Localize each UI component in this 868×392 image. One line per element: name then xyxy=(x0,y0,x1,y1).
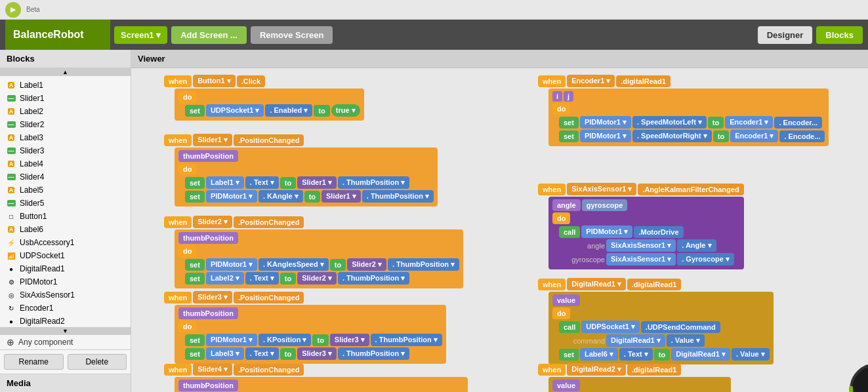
sidebar-item-label6[interactable]: ALabel6 xyxy=(0,223,131,236)
encoder-digitalread[interactable]: .digitalRead1 xyxy=(616,75,670,87)
blocks-button[interactable]: Blocks xyxy=(816,26,863,44)
thumbpos-s3-1[interactable]: . ThumbPosition ▾ xyxy=(371,334,442,346)
kpos-prop[interactable]: . KPosition ▾ xyxy=(258,334,312,346)
rename-button[interactable]: Rename xyxy=(4,354,64,370)
encoder-ref1[interactable]: Encoder1 ▾ xyxy=(725,116,773,128)
thumbpos-s1-2[interactable]: . ThumbPosition ▾ xyxy=(362,190,434,203)
pid-enc-2[interactable]: PIDMotor1 ▾ xyxy=(580,130,631,142)
speedleft-prop[interactable]: . SpeedMotorLeft ▾ xyxy=(632,116,707,128)
slider3-comp[interactable]: Slider3 ▾ xyxy=(193,291,232,304)
add-screen-button[interactable]: Add Screen ... xyxy=(171,26,247,44)
dr1-ref-cmd[interactable]: DigitalRead1 ▾ xyxy=(606,334,665,347)
value-prop-dr1[interactable]: . Value ▾ xyxy=(667,334,705,347)
sidebar-item-label2[interactable]: ALabel2 xyxy=(0,105,131,118)
slider4-poschanged[interactable]: .PositionChanged xyxy=(234,364,304,376)
six-ref-angle[interactable]: SixAxisSensor1 ▾ xyxy=(606,239,676,252)
scroll-up-button[interactable]: ▲ xyxy=(0,68,131,76)
thumbpos-s2-2[interactable]: . ThumbPosition ▾ xyxy=(338,272,409,284)
pid-icon: ⚙ xyxy=(7,277,16,286)
sidebar-item-usbaccessory1[interactable]: ⚡UsbAccessory1 xyxy=(0,236,131,249)
do-s2: do xyxy=(178,245,196,257)
screen-selector[interactable]: Screen1 ▾ xyxy=(114,26,167,44)
slider1-comp[interactable]: Slider1 ▾ xyxy=(193,134,232,146)
udp-dr1[interactable]: UDPSocket1 ▾ xyxy=(581,321,639,333)
encoder-val2[interactable]: . Encode... xyxy=(779,130,825,142)
kangle-prop[interactable]: . KAngle ▾ xyxy=(258,190,303,203)
any-component-item[interactable]: ⊕ Any component xyxy=(0,335,131,349)
label3-s3[interactable]: Label3 ▾ xyxy=(206,347,244,360)
encoder-val1[interactable]: . Encoder... xyxy=(774,117,822,128)
slider4-comp[interactable]: Slider4 ▾ xyxy=(193,363,232,376)
slider2-poschanged[interactable]: .PositionChanged xyxy=(234,216,304,228)
slider1-poschanged[interactable]: .PositionChanged xyxy=(234,134,304,146)
sidebar-item-digitalread1[interactable]: ●DigitalRead1 xyxy=(0,262,131,275)
kangles-prop[interactable]: . KAnglesSpeed ▾ xyxy=(258,258,329,271)
slider1-ref-s1[interactable]: Slider1 ▾ xyxy=(297,176,337,189)
slider1-ref2-s1[interactable]: Slider1 ▾ xyxy=(321,190,361,203)
sidebar-item-sixaxissensor1[interactable]: ◎SixAxisSensor1 xyxy=(0,288,131,302)
text-prop-s2[interactable]: . Text ▾ xyxy=(245,272,279,284)
click-event[interactable]: .Click xyxy=(237,75,265,87)
sidebar-item-slider3[interactable]: —Slider3 xyxy=(0,144,131,157)
pidmotor1-s1[interactable]: PIDMotor1 ▾ xyxy=(206,190,257,203)
sidebar-item-pidmotor1[interactable]: ⚙PIDMotor1 xyxy=(0,275,131,288)
sidebar-item-label1[interactable]: ALabel1 xyxy=(0,79,131,92)
thumbpos-s2-1[interactable]: . ThumbPosition ▾ xyxy=(388,258,459,271)
designer-button[interactable]: Designer xyxy=(758,26,813,44)
slider2-ref-s2[interactable]: Slider2 ▾ xyxy=(347,258,386,271)
dr2-comp[interactable]: DigitalRead2 ▾ xyxy=(567,363,626,376)
motordrive-prop[interactable]: .MotorDrive xyxy=(634,226,683,238)
pid-six[interactable]: PIDMotor1 ▾ xyxy=(581,225,632,238)
six-comp[interactable]: SixAxisSensor1 ▾ xyxy=(567,183,636,195)
enabled-prop[interactable]: . Enabled ▾ xyxy=(265,104,312,117)
button1-component[interactable]: Button1 ▾ xyxy=(193,75,236,87)
sidebar-item-digitalread2[interactable]: ●DigitalRead2 xyxy=(0,315,131,327)
thumbpos-s3-2[interactable]: . ThumbPosition ▾ xyxy=(338,347,409,360)
scroll-down-button[interactable]: ▼ xyxy=(0,327,131,335)
encoder-ref2[interactable]: Encoder1 ▾ xyxy=(730,130,778,142)
pid-s2-1[interactable]: PIDMotor1 ▾ xyxy=(206,258,257,271)
label6-dr1[interactable]: Label6 ▾ xyxy=(580,348,618,361)
pid-enc-1[interactable]: PIDMotor1 ▾ xyxy=(580,116,631,128)
dr1-comp[interactable]: DigitalRead1 ▾ xyxy=(567,278,626,290)
remove-screen-button[interactable]: Remove Screen xyxy=(251,26,333,44)
six-event[interactable]: .AngleKalmanFilterChanged xyxy=(638,184,743,195)
sidebar-item-label: Label1 xyxy=(20,81,43,90)
sidebar-item-udpsocket1[interactable]: 📶UDPSocket1 xyxy=(0,249,131,262)
slider3-ref2-s3[interactable]: Slider3 ▾ xyxy=(297,347,337,360)
text-prop-s1-1[interactable]: . Text ▾ xyxy=(245,176,279,189)
slider2-ref2-s2[interactable]: Slider2 ▾ xyxy=(297,272,337,284)
sidebar-item-label5[interactable]: ALabel5 xyxy=(0,184,131,197)
sidebar-item-encoder1[interactable]: ↻Encoder1 xyxy=(0,302,131,315)
pid-s3-1[interactable]: PIDMotor1 ▾ xyxy=(206,334,257,346)
sidebar-item-slider5[interactable]: —Slider5 xyxy=(0,197,131,210)
sidebar-item-label4[interactable]: ALabel4 xyxy=(0,157,131,170)
slider2-comp[interactable]: Slider2 ▾ xyxy=(193,216,232,228)
sidebar-item-slider1[interactable]: —Slider1 xyxy=(0,92,131,105)
angle-prop-six[interactable]: . Angle ▾ xyxy=(677,239,716,252)
speedright-prop[interactable]: . SpeedMotorRight ▾ xyxy=(632,130,712,142)
sidebar-item-label3[interactable]: ALabel3 xyxy=(0,131,131,144)
value-prop2-dr1[interactable]: . Value ▾ xyxy=(732,348,770,361)
slider3-ref-s3[interactable]: Slider3 ▾ xyxy=(330,334,369,346)
udpsocket1-comp-btn[interactable]: UDPSocket1 ▾ xyxy=(206,104,264,117)
sidebar-item-button1[interactable]: □Button1 xyxy=(0,210,131,223)
sidebar-item-slider2[interactable]: —Slider2 xyxy=(0,118,131,131)
dr1-ref2[interactable]: DigitalRead1 ▾ xyxy=(671,348,730,361)
sidebar-item-slider4[interactable]: —Slider4 xyxy=(0,170,131,184)
set-enc-2: set xyxy=(559,130,579,142)
gyro-prop-six[interactable]: . Gyroscope ▾ xyxy=(677,253,734,265)
delete-button[interactable]: Delete xyxy=(68,354,127,370)
text-prop-s3[interactable]: . Text ▾ xyxy=(245,347,279,360)
encoder1-comp[interactable]: Encoder1 ▾ xyxy=(567,75,615,87)
label2-s2[interactable]: Label2 ▾ xyxy=(206,272,244,284)
udpsend-prop-dr1[interactable]: .UDPSendCommand xyxy=(641,321,720,333)
text-prop-dr1[interactable]: . Text ▾ xyxy=(619,348,653,361)
six-ref-gyro[interactable]: SixAxisSensor1 ▾ xyxy=(606,253,676,265)
thumbpos-s1-1[interactable]: . ThumbPosition ▾ xyxy=(338,176,409,189)
true-value[interactable]: true ▾ xyxy=(331,104,360,117)
dr2-event[interactable]: .digitalRead1 xyxy=(627,364,681,376)
label1-comp-s1[interactable]: Label1 ▾ xyxy=(206,176,244,189)
dr1-event[interactable]: .digitalRead1 xyxy=(627,279,681,290)
slider3-poschanged[interactable]: .PositionChanged xyxy=(234,292,304,304)
